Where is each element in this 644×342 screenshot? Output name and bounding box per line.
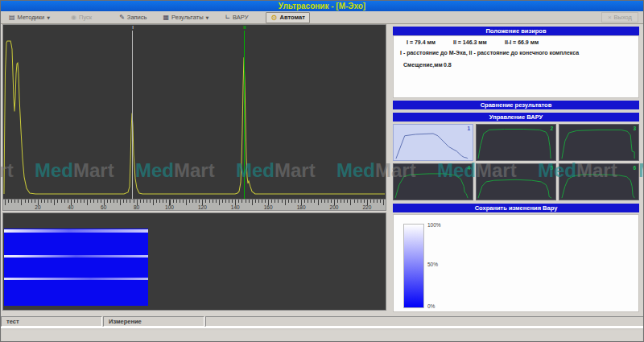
measure-ii: II = 146.3 мм [453,39,487,45]
exit-label: Выход [614,14,632,21]
varu-curve-thumb-5[interactable]: 5 [476,163,556,200]
measure-note: I - расстояние до М-Эха, II - расстояние… [400,50,579,56]
ruler-tick-label: 160 [264,204,273,210]
status-cell-mode: Измерение [103,316,204,327]
varu-curve-4 [394,164,473,200]
waveform-plot[interactable]: I II [3,25,386,199]
thumb-number: 5 [550,165,553,171]
title-bar: Ультрасоник - [М-Эхо] [1,1,643,11]
varu-curve-thumb-1[interactable]: 1 [393,124,473,161]
results-button[interactable]: ▦ Результаты ▼ [158,12,213,23]
chevron-down-icon: ▼ [206,15,209,20]
thumb-number: 2 [550,126,553,131]
ruler: 20406080100120140160180200220 [3,199,386,210]
save-varu-button[interactable]: Сохранить изменения Вару [393,204,639,212]
app-window: Ультрасоник - [М-Эхо] ▤ Методики ▼ ◉ Пус… [0,0,644,342]
gain-gradient-bar [403,224,424,308]
methods-icon: ▤ [9,14,15,22]
measure-diff: II-I = 66.9 мм [505,39,539,45]
start-icon: ◉ [71,14,76,22]
gain-legend-box: 100% 50% 0% [393,214,639,312]
ruler-tick-label: 80 [134,204,139,210]
varu-curve-3 [559,125,638,160]
varu-curve-thumb-6[interactable]: 6 [559,163,639,200]
cursor-ii-line[interactable] [244,31,245,199]
varu-curve-6 [559,164,638,200]
gear-icon: ⚙ [270,14,277,22]
results-icon: ▦ [163,14,169,22]
ruler-tick-label: 120 [198,204,207,210]
ruler-tick-label: 40 [68,204,73,210]
ruler-tick-label: 100 [165,204,174,210]
compare-results-button[interactable]: Сравнение результатов [393,101,639,109]
status-cell-test: тест [1,316,102,327]
methods-button[interactable]: ▤ Методики ▼ [4,12,55,23]
cursor-i-line[interactable] [132,31,133,199]
ruler-tick-label: 140 [231,204,240,210]
ruler-tick-label: 180 [297,204,306,210]
thumb-number: 6 [633,165,636,171]
chevron-down-icon: ▼ [47,15,50,20]
varu-curve-1 [394,125,473,160]
echo-trace [3,25,386,199]
varu-curve-2 [477,125,555,160]
visors-header: Положение визиров [393,27,639,35]
varu-curve-thumb-3[interactable]: 3 [559,124,639,161]
ruler-tick-label: 60 [101,204,106,210]
measurements-box: I = 79.4 мм II = 146.3 мм II-I = 66.9 мм… [393,35,639,98]
mmode-panel [2,212,386,311]
right-panel: Положение визиров I = 79.4 мм II = 146.3… [390,24,643,315]
methods-label: Методики [18,14,45,21]
waveform-panel[interactable]: I II 20406080100120140160180200220 [2,24,386,211]
varu-control-header: Управление ВАРУ [393,113,639,122]
thumb-number: 1 [467,126,470,131]
record-icon: ✎ [119,14,125,22]
varu-icon: ∟ [225,14,230,22]
ruler-tick-label: 220 [362,204,371,210]
cursor-i-label: I [132,25,134,31]
measure-i: I = 79.4 мм [407,39,436,45]
toolbar: ▤ Методики ▼ ◉ Пуск ✎ Запись ▦ Результат… [1,11,643,24]
cursor-ii-label: II [243,25,246,31]
ruler-tick-label: 200 [330,204,339,210]
auto-label: Автомат [280,14,305,21]
mmode-image [4,229,148,306]
gradient-label-50: 50% [427,262,438,267]
gradient-label-0: 0% [427,303,435,309]
close-icon: × [608,14,612,21]
ruler-major-ticks [5,200,386,205]
varu-curve-thumb-2[interactable]: 2 [476,124,556,161]
varu-curve-thumb-4[interactable]: 4 [393,163,473,200]
status-cell-empty [205,316,644,327]
offset-label: Смещение,мм [403,62,443,68]
bottom-bar [1,327,643,342]
thumb-number: 4 [467,165,470,171]
window-title: Ультрасоник - [М-Эхо] [279,1,365,11]
offset-value: 0.8 [444,62,452,68]
start-button[interactable]: ◉ Пуск [66,12,97,23]
record-label: Запись [127,14,147,21]
record-button[interactable]: ✎ Запись [114,12,151,23]
varu-label: ВАРУ [233,14,248,21]
varu-button[interactable]: ∟ ВАРУ [220,12,253,23]
thumb-number: 3 [633,126,636,131]
auto-button[interactable]: ⚙ Автомат [266,12,309,23]
start-label: Пуск [79,14,92,21]
exit-button[interactable]: × Выход [601,12,638,23]
ruler-tick-label: 20 [35,204,40,210]
gradient-label-100: 100% [427,222,441,228]
status-bar: тест Измерение [1,316,643,327]
results-label: Результаты [171,14,204,21]
varu-curve-5 [477,164,555,200]
